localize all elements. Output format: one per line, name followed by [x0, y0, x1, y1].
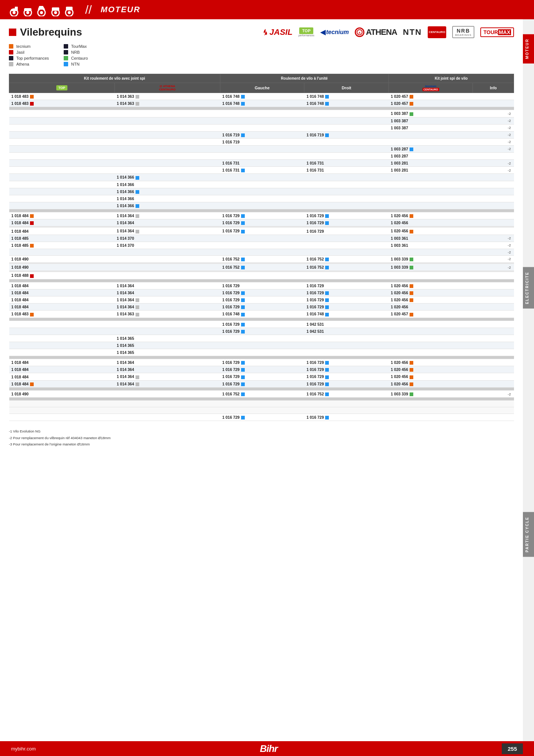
- bottom-brand: Bihr: [260, 743, 278, 755]
- color-indicator: [325, 133, 329, 137]
- table-cell: 1 016 729: [220, 212, 304, 219]
- table-cell: 1 003 387: [388, 110, 473, 117]
- table-cell: [9, 342, 115, 349]
- table-cell: 1 020 456: [388, 296, 473, 303]
- sidebar-tab-moteur[interactable]: MOTEUR: [523, 34, 534, 63]
- legend-col-2: TourMax NRB Centauro NTN: [64, 44, 88, 66]
- table-cell: [388, 321, 473, 328]
- footnote-3: -3 Pour remplacement de l'origine maneto…: [9, 441, 514, 447]
- table-cell: 1 016 729: [304, 219, 389, 226]
- color-indicator: [30, 102, 34, 106]
- table-cell: 1 016 731: [304, 167, 389, 174]
- sidebar-tab-electricite[interactable]: ELECTRICITE: [523, 267, 534, 309]
- table-row: 1 018 488: [9, 272, 514, 279]
- table-cell: [114, 160, 220, 167]
- tourmax-logo: TOUR MAX: [480, 27, 514, 37]
- color-indicator: [136, 298, 139, 302]
- table-cell: [114, 272, 220, 279]
- info-cell: -2: [473, 110, 514, 117]
- tecnium-dot: [9, 44, 13, 49]
- table-cell: [9, 249, 115, 255]
- table-cell: [304, 124, 389, 131]
- table-cell: 1 020 456: [388, 304, 473, 311]
- table-cell: [220, 188, 304, 195]
- table-row: -2: [9, 249, 514, 255]
- table-cell: [9, 110, 115, 117]
- info-cell: -2: [473, 264, 514, 271]
- table-cell: [388, 188, 473, 195]
- sidebar-tab-partie-cycle[interactable]: PARTIE CYCLE: [523, 512, 534, 557]
- ntn-label: NTN: [71, 62, 80, 66]
- table-cell: 1 016 719: [220, 138, 304, 145]
- jasil-logo: JASIL: [262, 27, 293, 37]
- table-row: 1 018 4841 014 3641 016 7291 016 7291 02…: [9, 296, 514, 303]
- athena-circle-icon: A: [357, 29, 363, 35]
- table-row: 1 018 4831 014 3631 016 7481 016 7481 02…: [9, 100, 514, 107]
- col-header-kit-roulement: Kit roulement de vilo avec joint spi: [9, 74, 220, 83]
- color-indicator: [410, 95, 413, 99]
- header-title: MOTEUR: [101, 5, 140, 14]
- color-indicator: [241, 298, 245, 302]
- table-row: 1 014 366: [9, 188, 514, 195]
- color-indicator: [325, 221, 329, 225]
- color-indicator: [136, 230, 139, 233]
- spacer-row: [9, 398, 514, 401]
- table-cell: [114, 124, 220, 131]
- th-athena-centauro: @ ATHENACENTAURO: [114, 83, 220, 93]
- top-label: Top performances: [16, 56, 49, 60]
- color-indicator: [30, 95, 34, 99]
- table-cell: 1 020 457: [388, 100, 473, 107]
- color-indicator: [30, 244, 34, 248]
- legend-section: tecnium Jasil Top performances Athena: [9, 44, 514, 66]
- info-cell: [473, 335, 514, 342]
- color-indicator: [241, 313, 245, 316]
- table-cell: 1 016 719: [220, 131, 304, 138]
- info-cell: [473, 414, 514, 421]
- table-cell: 1 042 531: [304, 321, 389, 328]
- color-indicator: [410, 392, 413, 396]
- color-indicator: [136, 102, 139, 106]
- athena-text: ATHENA: [366, 27, 397, 37]
- info-cell: [473, 342, 514, 349]
- color-indicator: [410, 313, 413, 316]
- color-indicator: [30, 382, 34, 386]
- top-logo: TOP performances: [298, 27, 314, 37]
- athena-label: Athena: [16, 62, 29, 66]
- table-cell: 1 014 365: [114, 342, 220, 349]
- color-indicator: [241, 305, 245, 309]
- color-indicator: [136, 214, 139, 218]
- table-cell: 1 016 729: [304, 228, 389, 235]
- color-indicator: [136, 190, 139, 194]
- table-cell: [9, 117, 115, 124]
- table-cell: [220, 242, 304, 249]
- table-cell: 1 016 752: [304, 390, 389, 397]
- table-cell: 1 014 364: [114, 366, 220, 373]
- col-header-kit-joint: Kit joint spi de vilo: [388, 74, 514, 83]
- table-cell: 1 003 281: [388, 167, 473, 174]
- table-cell: 1 018 485: [9, 242, 115, 249]
- table-cell: 1 018 484: [9, 228, 115, 235]
- table-cell: [388, 249, 473, 255]
- tecnium-logo: ◀ tecnium: [320, 28, 349, 36]
- table-cell: [9, 414, 115, 421]
- color-indicator: [136, 176, 139, 180]
- table-cell: 1 016 729: [304, 414, 389, 421]
- nrb-text: NRB: [457, 28, 470, 34]
- info-cell: -2: [473, 242, 514, 249]
- spacer-row: [9, 356, 514, 359]
- color-indicator: [325, 258, 329, 261]
- table-cell: [9, 195, 115, 202]
- svg-point-11: [54, 11, 57, 14]
- tourmax-tour: TOUR: [483, 29, 498, 35]
- table-cell: 1 014 365: [114, 335, 220, 342]
- color-indicator: [410, 368, 413, 372]
- legend-jasil: Jasil: [9, 50, 49, 54]
- table-cell: 1 020 456: [388, 228, 473, 235]
- table-cell: [304, 195, 389, 202]
- color-indicator: [410, 284, 413, 288]
- table-cell: 1 016 729: [220, 366, 304, 373]
- color-indicator: [30, 313, 34, 316]
- svg-text:CENTAURO: CENTAURO: [429, 30, 445, 34]
- table-cell: [220, 117, 304, 124]
- table-row: 1 018 4841 014 3641 016 7291 016 7291 02…: [9, 304, 514, 311]
